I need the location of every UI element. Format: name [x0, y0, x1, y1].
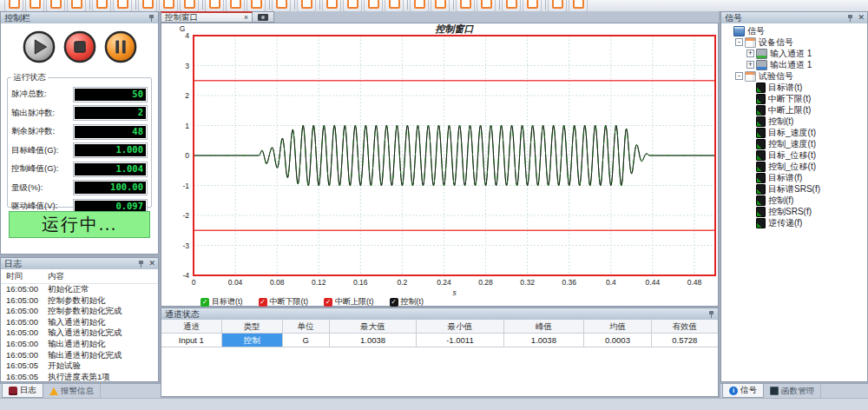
log-row[interactable]: 16:05:00 输入通道初始化完成 [1, 327, 158, 339]
expander-icon[interactable]: + [746, 50, 754, 57]
log-row[interactable]: 16:05:00 输入通道初始化 [1, 317, 158, 328]
signal-icon [756, 150, 766, 161]
log-row[interactable]: 16:05:00 输出通道初始化完成 [1, 350, 158, 361]
signal-icon [756, 83, 766, 93]
toolbar-icon[interactable] [410, 0, 429, 12]
tree-item[interactable]: 控制_速度(t) [721, 138, 867, 149]
pin-icon[interactable] [846, 14, 854, 23]
log-row[interactable]: 16:05:00 控制参数初始化 [1, 295, 158, 307]
toolbar-icon[interactable] [92, 0, 111, 12]
tab-control-window[interactable]: 控制窗口 × [161, 11, 253, 23]
tree-item[interactable]: + 输入通道 1 [721, 48, 867, 59]
tree-item[interactable]: 中断下限(t) [721, 93, 867, 104]
toolbar-icon[interactable] [548, 0, 567, 12]
toolbar-icon[interactable] [431, 0, 450, 12]
toolbar-icon[interactable] [205, 0, 224, 12]
tree-item[interactable]: 信号 [721, 25, 867, 36]
log-row[interactable]: 16:05:00 输出通道初始化 [1, 339, 158, 350]
legend-checkbox[interactable]: ✓ [324, 298, 332, 307]
toolbar-icon[interactable] [456, 0, 475, 12]
toolbar-icon[interactable] [180, 0, 199, 12]
signal-panel: 信号 ✕ 信号 - 设备信号 + [720, 11, 868, 382]
tree-item[interactable]: 控制_位移(t) [721, 161, 867, 172]
tab-icon [9, 387, 17, 395]
toolbar-icon[interactable] [477, 0, 496, 12]
tree-item[interactable]: 目标谱(f) [721, 172, 867, 183]
toolbar-icon[interactable] [25, 0, 44, 12]
toolbar-icon[interactable] [523, 0, 542, 12]
legend-checkbox[interactable]: ✓ [259, 298, 267, 307]
toolbar-icon[interactable] [297, 0, 316, 12]
toolbar-icon[interactable] [159, 0, 178, 12]
tree-item-label: 逆传递(f) [768, 217, 802, 229]
pause-button[interactable] [104, 30, 137, 63]
tab-close-icon[interactable]: × [244, 14, 248, 22]
log-row[interactable]: 16:05:05 开始试验 [1, 360, 158, 372]
tree-item[interactable]: 控制(f) [721, 195, 867, 206]
toolbar-icon[interactable] [322, 0, 341, 12]
channel-table-row[interactable]: Input 1控制G1.0038-1.00111.00380.00030.572… [161, 334, 718, 347]
tab-icon [49, 387, 58, 395]
toolbar-icon[interactable] [4, 0, 23, 12]
y-tick-label: -1 [182, 182, 189, 190]
legend-item[interactable]: ✓ 目标谱(t) [201, 296, 243, 308]
legend-checkbox[interactable]: ✓ [390, 298, 398, 307]
log-row[interactable]: 16:05:00 初始化正常 [1, 284, 158, 295]
toolbar-icon[interactable] [364, 0, 383, 12]
expander-icon[interactable]: + [746, 61, 754, 69]
left-bottom-tabs: 日志 报警信息 [0, 383, 161, 398]
pin-icon[interactable] [137, 260, 145, 268]
legend-item[interactable]: ✓ 中断上限(t) [324, 296, 374, 308]
log-text: 初始化正常 [48, 284, 89, 295]
x-tick-label: 0.04 [228, 278, 243, 287]
stop-icon [74, 42, 84, 52]
bottom-tab[interactable]: 函数管理 [764, 384, 821, 398]
camera-icon [258, 14, 268, 21]
toolbar-icon[interactable] [46, 0, 65, 12]
legend-checkbox[interactable]: ✓ [201, 298, 209, 307]
toolbar-icon[interactable] [502, 0, 521, 12]
toolbar-icon-glyph [230, 0, 241, 9]
pin-icon[interactable] [707, 310, 715, 319]
tree-item[interactable]: 目标_速度(t) [721, 127, 867, 138]
start-button[interactable] [23, 30, 56, 63]
log-row[interactable]: 16:05:00 控制参数初始化完成 [1, 306, 158, 317]
expander-icon[interactable]: - [735, 38, 743, 46]
tree-item[interactable]: - 试验信号 [721, 70, 867, 82]
tree-item[interactable]: 目标_位移(t) [721, 149, 867, 161]
pin-icon[interactable] [148, 14, 155, 23]
control-bar-body: 运行状态 脉冲总数: 50 输出脉冲数: 2 [1, 23, 158, 254]
toolbar-icon[interactable] [67, 0, 86, 12]
legend-item[interactable]: ✓ 控制(t) [390, 296, 424, 308]
bottom-tab[interactable]: 日志 [2, 384, 43, 398]
signal-icon [756, 116, 766, 127]
tree-item[interactable]: 逆传递(f) [721, 217, 867, 228]
close-icon[interactable]: ✕ [148, 260, 155, 268]
log-time: 16:05:05 [6, 360, 48, 372]
snapshot-tab[interactable] [253, 11, 274, 23]
log-row[interactable]: 16:05:05 执行进度表第1项 [1, 372, 158, 381]
toolbar-icon[interactable] [343, 0, 362, 12]
stop-button[interactable] [63, 30, 96, 63]
toolbar-icon[interactable] [385, 0, 404, 12]
bottom-tab[interactable]: 报警信息 [43, 384, 101, 398]
legend-item[interactable]: ✓ 中断下限(t) [259, 296, 309, 308]
tree-item[interactable]: - 设备信号 [721, 36, 867, 48]
tree-item[interactable]: 控制SRS(f) [721, 206, 867, 217]
tree-item[interactable]: 控制(t) [721, 116, 867, 127]
status-field: 输出脉冲数: 2 [11, 104, 148, 123]
close-icon[interactable]: ✕ [858, 14, 865, 22]
toolbar-icon[interactable] [138, 0, 157, 12]
toolbar-icon[interactable] [272, 0, 291, 12]
toolbar-icon[interactable] [113, 0, 132, 12]
toolbar-icon[interactable] [569, 0, 588, 12]
control-chart: -4-3-2-10123400.040.080.120.160.20.240.2… [161, 23, 718, 295]
tree-item[interactable]: + 输出通道 1 [721, 59, 867, 70]
tree-item[interactable]: 目标谱SRS(f) [721, 183, 867, 195]
toolbar-icon[interactable] [226, 0, 245, 12]
tree-item[interactable]: 目标谱(t) [721, 82, 867, 93]
tree-item[interactable]: 中断上限(t) [721, 104, 867, 116]
bottom-tab[interactable]: i 信号 [722, 384, 764, 398]
toolbar-icon[interactable] [247, 0, 266, 12]
expander-icon[interactable]: - [735, 72, 743, 80]
